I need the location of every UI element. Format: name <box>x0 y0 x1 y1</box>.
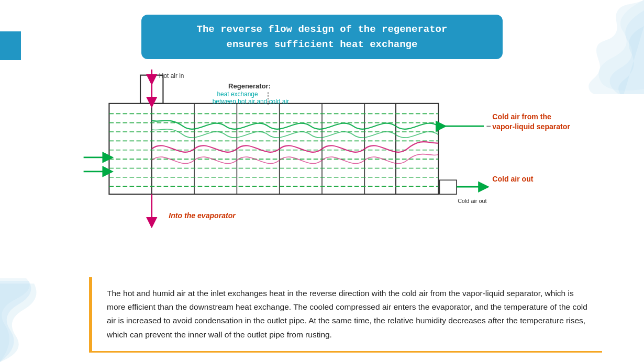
svg-text:Cold air from the: Cold air from the <box>492 112 551 121</box>
svg-text:between hot air and cold air: between hot air and cold air <box>213 98 289 105</box>
hot-air-in-label: Hot air in <box>159 72 184 80</box>
svg-text:Cold air out: Cold air out <box>458 198 486 204</box>
diagram-svg: Hot air in Regenerator: heat exchange be… <box>52 68 592 235</box>
svg-rect-0 <box>109 104 438 194</box>
title-text: The reverse flow design of the regenerat… <box>197 24 448 50</box>
diagram-area: Hot air in Regenerator: heat exchange be… <box>52 68 592 235</box>
svg-text:vapor-liquid separator: vapor-liquid separator <box>492 122 570 131</box>
svg-text:Cold air out: Cold air out <box>492 175 534 183</box>
left-blue-accent <box>0 31 21 60</box>
svg-text:Regenerator:: Regenerator: <box>228 82 271 90</box>
svg-text:heat exchange: heat exchange <box>217 90 258 98</box>
bg-waves-bottom-left <box>0 278 84 362</box>
svg-rect-26 <box>439 180 457 194</box>
text-body: The hot and humid air at the inlet excha… <box>89 277 602 353</box>
body-paragraph: The hot and humid air at the inlet excha… <box>107 287 590 342</box>
svg-text:Into the evaporator: Into the evaporator <box>169 211 236 220</box>
title-box: The reverse flow design of the regenerat… <box>141 15 503 59</box>
